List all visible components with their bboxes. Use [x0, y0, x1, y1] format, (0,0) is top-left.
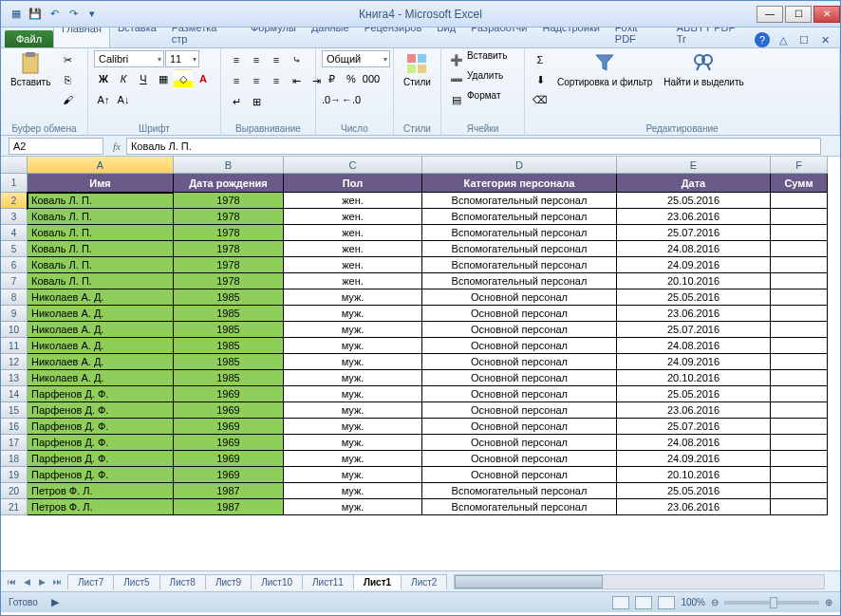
cut-icon[interactable]: ✂: [58, 50, 77, 69]
data-cell[interactable]: [771, 273, 828, 289]
font-color-button[interactable]: А: [194, 69, 213, 88]
data-cell[interactable]: Коваль Л. П.: [28, 241, 174, 257]
align-bottom-icon[interactable]: ≡: [267, 50, 286, 69]
align-left-icon[interactable]: ≡: [227, 71, 246, 90]
row-header[interactable]: 16: [1, 419, 28, 435]
horizontal-scrollbar[interactable]: [454, 574, 825, 589]
data-cell[interactable]: [771, 322, 828, 338]
row-header[interactable]: 17: [1, 435, 28, 451]
data-cell[interactable]: 1969: [174, 402, 284, 419]
styles-button[interactable]: Стили: [400, 50, 435, 89]
data-cell[interactable]: 1978: [174, 241, 284, 257]
data-cell[interactable]: муж.: [284, 419, 422, 435]
zoom-out-button[interactable]: ⊖: [711, 597, 719, 607]
data-cell[interactable]: [771, 306, 828, 322]
copy-icon[interactable]: ⎘: [58, 70, 77, 89]
data-cell[interactable]: жен.: [284, 241, 422, 257]
format-cells-button[interactable]: ▤Формат: [447, 90, 501, 109]
minimize-button[interactable]: —: [757, 6, 783, 23]
align-top-icon[interactable]: ≡: [227, 50, 246, 69]
data-cell[interactable]: Основной персонал: [422, 370, 617, 386]
data-cell[interactable]: жен.: [284, 209, 422, 225]
page-layout-view-button[interactable]: [635, 596, 652, 609]
restore-window-icon[interactable]: ☐: [796, 32, 812, 47]
data-cell[interactable]: Основной персонал: [422, 402, 617, 419]
number-format-combo[interactable]: Общий: [322, 50, 390, 67]
data-cell[interactable]: 23.06.2016: [617, 402, 771, 419]
data-cell[interactable]: жен.: [284, 193, 422, 209]
data-cell[interactable]: Вспомогательный персонал: [422, 209, 617, 225]
delete-cells-button[interactable]: ➖Удалить: [447, 70, 503, 89]
data-cell[interactable]: Николаев А. Д.: [28, 322, 174, 338]
sheet-nav-first-icon[interactable]: ⏮: [5, 575, 18, 588]
comma-icon[interactable]: 000: [362, 69, 381, 88]
data-cell[interactable]: [771, 386, 828, 402]
column-header[interactable]: E: [617, 157, 771, 174]
column-header[interactable]: D: [422, 157, 617, 174]
row-header[interactable]: 19: [1, 467, 28, 483]
row-header[interactable]: 8: [1, 289, 28, 306]
data-cell[interactable]: Парфенов Д. Ф.: [28, 451, 174, 467]
data-cell[interactable]: Основной персонал: [422, 354, 617, 370]
data-cell[interactable]: 1969: [174, 435, 284, 451]
data-cell[interactable]: Коваль Л. П.: [28, 225, 174, 241]
sheet-tab[interactable]: Лист7: [67, 574, 114, 589]
data-cell[interactable]: [771, 257, 828, 273]
header-cell[interactable]: Дата: [617, 174, 771, 193]
data-cell[interactable]: Парфенов Д. Ф.: [28, 419, 174, 435]
zoom-slider[interactable]: [724, 601, 819, 605]
row-header[interactable]: 3: [1, 209, 28, 225]
close-workbook-icon[interactable]: ✕: [817, 32, 832, 47]
data-cell[interactable]: 1969: [174, 419, 284, 435]
column-header[interactable]: B: [174, 157, 284, 174]
data-cell[interactable]: Петров Ф. Л.: [28, 483, 174, 499]
sheet-nav-next-icon[interactable]: ▶: [35, 575, 48, 588]
row-header[interactable]: 18: [1, 451, 28, 467]
data-cell[interactable]: муж.: [284, 499, 422, 515]
data-cell[interactable]: Николаев А. Д.: [28, 354, 174, 370]
paste-button[interactable]: Вставить: [7, 50, 54, 89]
data-cell[interactable]: Коваль Л. П.: [28, 193, 174, 209]
data-cell[interactable]: [771, 451, 828, 467]
data-cell[interactable]: 25.05.2016: [617, 289, 771, 306]
data-cell[interactable]: Вспомогательный персонал: [422, 241, 617, 257]
data-cell[interactable]: 23.06.2016: [617, 306, 771, 322]
font-size-combo[interactable]: 11: [165, 50, 199, 67]
header-cell[interactable]: Имя: [28, 174, 174, 193]
data-cell[interactable]: [771, 241, 828, 257]
data-cell[interactable]: 1985: [174, 338, 284, 354]
data-cell[interactable]: [771, 338, 828, 354]
data-cell[interactable]: Вспомогательный персонал: [422, 273, 617, 289]
data-cell[interactable]: 1987: [174, 499, 284, 515]
data-cell[interactable]: 1987: [174, 483, 284, 499]
data-cell[interactable]: Николаев А. Д.: [28, 370, 174, 386]
data-cell[interactable]: [771, 402, 828, 419]
sheet-tab[interactable]: Лист11: [302, 574, 354, 589]
data-cell[interactable]: 24.08.2016: [617, 338, 771, 354]
insert-cells-button[interactable]: ➕Вставить: [447, 50, 507, 69]
row-header[interactable]: 10: [1, 322, 28, 338]
data-cell[interactable]: Вспомогательный персонал: [422, 257, 617, 273]
column-header[interactable]: C: [284, 157, 422, 174]
fx-icon[interactable]: fx: [113, 140, 121, 152]
row-header[interactable]: 15: [1, 402, 28, 419]
sheet-tab[interactable]: Лист8: [159, 574, 206, 589]
data-cell[interactable]: Парфенов Д. Ф.: [28, 402, 174, 419]
data-cell[interactable]: Николаев А. Д.: [28, 289, 174, 306]
header-cell[interactable]: Категория персонала: [422, 174, 617, 193]
merge-cells-icon[interactable]: ⊞: [247, 92, 266, 111]
data-cell[interactable]: Основной персонал: [422, 451, 617, 467]
data-cell[interactable]: 1985: [174, 306, 284, 322]
data-cell[interactable]: Основной персонал: [422, 338, 617, 354]
data-cell[interactable]: Вспомогательный персонал: [422, 499, 617, 515]
data-cell[interactable]: 24.08.2016: [617, 241, 771, 257]
data-cell[interactable]: 23.06.2016: [617, 209, 771, 225]
row-header[interactable]: 9: [1, 306, 28, 322]
data-cell[interactable]: 20.10.2016: [617, 467, 771, 483]
data-cell[interactable]: 1978: [174, 209, 284, 225]
sheet-tab[interactable]: Лист1: [353, 574, 402, 589]
border-button[interactable]: ▦: [154, 69, 173, 88]
align-middle-icon[interactable]: ≡: [247, 50, 266, 69]
data-cell[interactable]: жен.: [284, 225, 422, 241]
column-header[interactable]: A: [28, 157, 174, 174]
